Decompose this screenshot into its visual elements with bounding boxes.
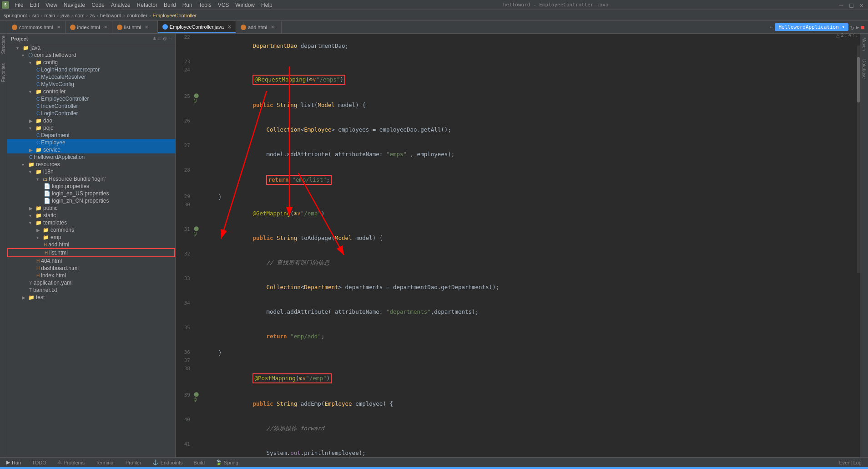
tree-login-zh-properties[interactable]: 📄 login_zh_CN.properties [7, 197, 175, 204]
diff-indicators: △ 2 ↕ 4 ↑ ↓ [836, 33, 858, 38]
breadcrumb-zs[interactable]: zs [90, 13, 95, 18]
status-bar: Build completed successfully in 3 sec, 8… [0, 467, 868, 469]
breadcrumb-controller[interactable]: controller [127, 13, 147, 18]
menu-vcs[interactable]: VCS [215, 1, 232, 9]
breadcrumb-employeecontroller[interactable]: EmployeeController [153, 13, 197, 18]
problems-tab[interactable]: ⚠ Problems [55, 459, 87, 466]
terminal-tab[interactable]: Terminal [93, 459, 117, 466]
tree-service[interactable]: ▶ 📁 service [7, 146, 175, 153]
sidebar-collapse-icon[interactable]: ≡ [158, 36, 161, 42]
maximize-button[interactable]: □ [847, 1, 856, 9]
tree-banner[interactable]: T banner.txt [7, 286, 175, 294]
code-editor[interactable]: 22 DepartmentDao departmentDao; 23 24 @R… [176, 34, 860, 457]
structure-tab[interactable]: Structure [1, 36, 6, 54]
tree-test[interactable]: ▶ 📁 test [7, 294, 175, 301]
tab-index[interactable]: index.html ✕ [66, 21, 112, 33]
tree-java[interactable]: ▾ 📁 java [7, 44, 175, 51]
tree-resources[interactable]: ▾ 📁 resources [7, 161, 175, 168]
tree-package[interactable]: ▾ ⬡ com.zs.helloword [7, 51, 175, 59]
tree-EmployeeController[interactable]: C EmployeeController [7, 95, 175, 102]
tree-public[interactable]: ▶ 📁 public [7, 204, 175, 212]
tree-emp[interactable]: ▾ 📁 emp [7, 234, 175, 241]
tree-login-en-properties[interactable]: 📄 login_en_US.properties [7, 190, 175, 197]
menu-window[interactable]: Window [232, 1, 257, 9]
tree-404[interactable]: H 404.html [7, 257, 175, 265]
tab-add[interactable]: add.html ✕ [236, 21, 282, 33]
tree-LoginController[interactable]: C LoginController [7, 110, 175, 117]
tree-pojo[interactable]: ▾ 📁 pojo [7, 124, 175, 132]
menu-navigate[interactable]: Navigate [61, 1, 88, 9]
tree-resource-bundle[interactable]: ▾ 🗂 Resource Bundle 'login' [7, 175, 175, 183]
menu-refactor[interactable]: Refactor [134, 1, 160, 9]
endpoints-tab[interactable]: ⚓ Endpoints [150, 459, 186, 466]
tab-employeecontroller-close[interactable]: ✕ [227, 24, 231, 29]
breadcrumb-springboot[interactable]: springboot [4, 13, 27, 18]
scrollbar-track[interactable] [857, 46, 860, 273]
tab-add-close[interactable]: ✕ [271, 25, 274, 30]
toolbar-back[interactable]: ← [770, 24, 773, 30]
tab-employeecontroller[interactable]: EmployeeController.java ✕ [158, 21, 236, 33]
html-file-icon: H [44, 242, 47, 247]
breadcrumb-helloword[interactable]: helloword [100, 13, 121, 18]
tree-MyMvcConfig[interactable]: C MyMvcConfig [7, 81, 175, 88]
sidebar-close-icon[interactable]: − [168, 36, 172, 42]
event-log-tab[interactable]: Event Log [836, 459, 864, 466]
tree-list-html[interactable]: H list.html [7, 248, 175, 257]
tree-login-properties[interactable]: 📄 login.properties [7, 183, 175, 190]
menu-build[interactable]: Build [161, 1, 179, 9]
menu-run[interactable]: Run [180, 1, 195, 9]
favorites-tab[interactable]: Favorites [1, 63, 6, 82]
tree-HellowordApplication[interactable]: C HellowordApplication [7, 153, 175, 161]
tree-label: Department [41, 132, 70, 138]
tree-i18n[interactable]: ▾ 📁 i18n [7, 168, 175, 175]
breadcrumb-com[interactable]: com [75, 13, 85, 18]
breadcrumb-src[interactable]: src [32, 13, 39, 18]
tree-Department[interactable]: C Department [7, 132, 175, 139]
sidebar-locate-icon[interactable]: ⊕ [153, 36, 156, 42]
menu-tools[interactable]: Tools [196, 1, 214, 9]
run-tab[interactable]: ▶ Run [4, 459, 24, 466]
close-button[interactable]: ✕ [857, 1, 866, 9]
scrollbar-thumb[interactable] [857, 57, 860, 102]
tree-IndexController[interactable]: C IndexController [7, 102, 175, 110]
toolbar-stop[interactable]: ■ [861, 24, 864, 31]
sidebar-settings-icon[interactable]: ⚙ [163, 36, 167, 42]
toolbar-refresh[interactable]: ↻ [850, 24, 854, 31]
menu-file[interactable]: File [12, 1, 26, 9]
tree-config[interactable]: ▾ 📁 config [7, 59, 175, 66]
database-tab[interactable]: Database [862, 57, 867, 81]
tab-commoms[interactable]: commoms.html ✕ [7, 21, 66, 33]
tree-dashboard[interactable]: H dashboard.html [7, 265, 175, 272]
tab-list[interactable]: list.html ✕ [112, 21, 158, 33]
breadcrumb-main[interactable]: main [44, 13, 55, 18]
tab-commoms-close[interactable]: ✕ [57, 25, 61, 30]
menu-view[interactable]: View [43, 1, 60, 9]
tree-controller[interactable]: ▾ 📁 controller [7, 88, 175, 95]
menu-analyze[interactable]: Analyze [108, 1, 133, 9]
spring-tab[interactable]: 🍃 Spring [213, 459, 241, 466]
tree-static[interactable]: ▾ 📁 static [7, 212, 175, 219]
minimize-button[interactable]: ─ [837, 1, 846, 9]
tree-index-html[interactable]: H index.html [7, 272, 175, 279]
tree-Employee[interactable]: C Employee [7, 139, 175, 146]
run-config-button[interactable]: HellowordApplication ▾ [775, 23, 848, 31]
tree-application-yaml[interactable]: Y application.yaml [7, 279, 175, 286]
profiler-tab[interactable]: Profiler [123, 459, 144, 466]
breadcrumb-java[interactable]: java [61, 13, 70, 18]
menu-code[interactable]: Code [89, 1, 107, 9]
tab-list-close[interactable]: ✕ [145, 25, 148, 30]
menu-help[interactable]: Help [258, 1, 275, 9]
tree-label: config [43, 59, 58, 66]
menu-edit[interactable]: Edit [27, 1, 42, 9]
tree-LoginHandlerInterceptor[interactable]: C LoginHandlerInterceptor [7, 66, 175, 73]
tree-dao[interactable]: ▶ 📁 dao [7, 117, 175, 124]
tree-commons[interactable]: ▶ 📁 commons [7, 226, 175, 234]
build-tab[interactable]: Build [191, 459, 207, 466]
tree-add-html[interactable]: H add.html [7, 241, 175, 248]
todo-tab[interactable]: TODO [29, 459, 49, 466]
toolbar-debug[interactable]: ▶ [856, 24, 859, 31]
tree-MyLocaleResolver[interactable]: C MyLocaleResolver [7, 73, 175, 81]
maven-tab[interactable]: Maven [862, 36, 867, 53]
tree-templates[interactable]: ▾ 📁 templates [7, 219, 175, 226]
tab-index-close[interactable]: ✕ [104, 25, 107, 30]
